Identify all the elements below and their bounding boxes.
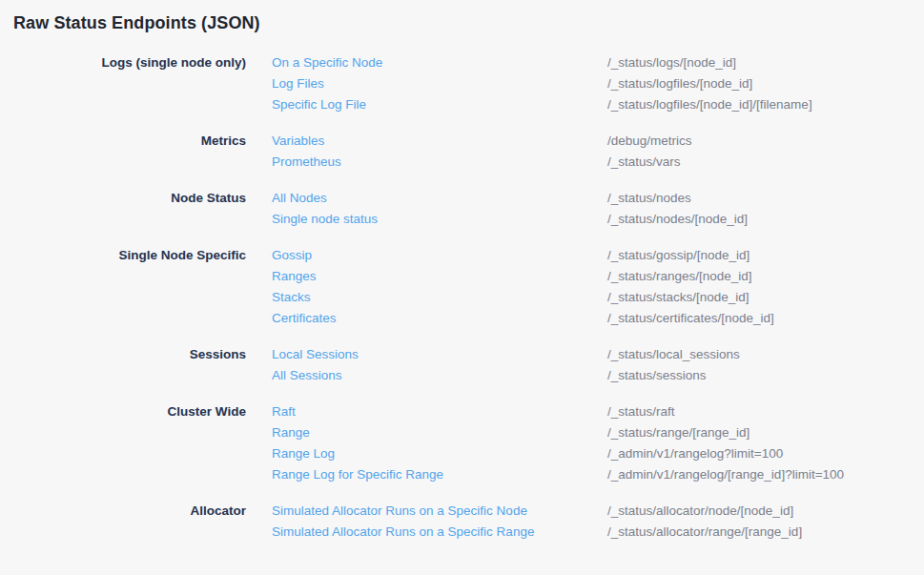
endpoints-table: Logs (single node only)On a Specific Nod… [0, 52, 924, 543]
category-label: Allocator [0, 501, 246, 522]
endpoint-links-column: GossipRangesStacksCertificates [272, 245, 607, 329]
endpoint-link[interactable]: Variables [272, 131, 324, 152]
endpoint-paths-column: /_status/local_sessions/_status/sessions [607, 344, 740, 386]
endpoint-link[interactable]: Range [272, 422, 310, 443]
endpoint-links-column: VariablesPrometheus [272, 131, 607, 173]
endpoint-link[interactable]: On a Specific Node [272, 52, 382, 73]
endpoint-links-column: All NodesSingle node status [272, 188, 607, 230]
endpoint-path: /_status/sessions [607, 365, 740, 386]
endpoint-paths-column: /debug/metrics/_status/vars [607, 131, 692, 173]
endpoint-link[interactable]: Raft [272, 401, 296, 422]
endpoint-paths-column: /_status/logs/[node_id]/_status/logfiles… [607, 52, 812, 115]
endpoint-group: Cluster WideRaftRangeRange LogRange Log … [0, 401, 924, 485]
endpoint-path: /_status/stacks/[node_id] [607, 287, 774, 308]
endpoint-links-column: Simulated Allocator Runs on a Specific N… [272, 501, 607, 543]
endpoint-path: /_status/vars [607, 152, 692, 173]
endpoint-link[interactable]: Gossip [272, 245, 312, 266]
endpoint-path: /_status/logs/[node_id] [607, 52, 812, 73]
category-label: Metrics [0, 131, 246, 152]
endpoint-path: /_status/raft [607, 401, 844, 422]
category-label: Logs (single node only) [0, 52, 246, 73]
endpoint-link[interactable]: Ranges [272, 266, 317, 287]
endpoint-group: Node StatusAll NodesSingle node status/_… [0, 188, 924, 230]
endpoint-group: MetricsVariablesPrometheus/debug/metrics… [0, 131, 924, 173]
endpoint-path: /_status/certificates/[node_id] [607, 308, 774, 329]
category-label: Single Node Specific [0, 245, 246, 266]
endpoint-links-column: RaftRangeRange LogRange Log for Specific… [272, 401, 607, 485]
endpoint-link[interactable]: Stacks [272, 287, 311, 308]
endpoint-link[interactable]: Log Files [272, 73, 324, 94]
endpoint-path: /_status/ranges/[node_id] [607, 266, 774, 287]
page-title: Raw Status Endpoints (JSON) [13, 12, 924, 33]
category-label: Sessions [0, 344, 246, 365]
endpoint-path: /_status/nodes [607, 188, 748, 209]
endpoint-link[interactable]: Single node status [272, 209, 378, 230]
endpoint-path: /_status/nodes/[node_id] [607, 209, 748, 230]
endpoint-links-column: Local SessionsAll Sessions [272, 344, 607, 386]
endpoint-paths-column: /_status/allocator/node/[node_id]/_statu… [607, 501, 802, 543]
endpoint-paths-column: /_status/raft/_status/range/[range_id]/_… [607, 401, 844, 485]
endpoint-path: /_status/local_sessions [607, 344, 740, 365]
endpoint-link[interactable]: All Sessions [272, 365, 342, 386]
endpoint-link[interactable]: Prometheus [272, 152, 341, 173]
endpoint-path: /_status/allocator/node/[node_id] [607, 501, 802, 522]
endpoint-path: /_status/allocator/range/[range_id] [607, 522, 802, 543]
endpoint-link[interactable]: Specific Log File [272, 94, 366, 115]
endpoint-links-column: On a Specific NodeLog FilesSpecific Log … [272, 52, 607, 115]
endpoint-paths-column: /_status/gossip/[node_id]/_status/ranges… [607, 245, 774, 329]
endpoint-paths-column: /_status/nodes/_status/nodes/[node_id] [607, 188, 748, 230]
endpoint-link[interactable]: Local Sessions [272, 344, 359, 365]
endpoint-link[interactable]: All Nodes [272, 188, 327, 209]
endpoint-path: /_status/gossip/[node_id] [607, 245, 774, 266]
category-label: Node Status [0, 188, 246, 209]
endpoint-link[interactable]: Range Log for Specific Range [272, 464, 443, 485]
endpoint-group: Logs (single node only)On a Specific Nod… [0, 52, 924, 115]
endpoint-path: /debug/metrics [607, 131, 692, 152]
endpoint-path: /_admin/v1/rangelog?limit=100 [607, 443, 844, 464]
endpoint-group: SessionsLocal SessionsAll Sessions/_stat… [0, 344, 924, 386]
endpoint-group: Single Node SpecificGossipRangesStacksCe… [0, 245, 924, 329]
endpoint-path: /_admin/v1/rangelog/[range_id]?limit=100 [607, 464, 844, 485]
endpoint-link[interactable]: Certificates [272, 308, 337, 329]
endpoint-link[interactable]: Simulated Allocator Runs on a Specific R… [272, 522, 534, 543]
endpoint-link[interactable]: Range Log [272, 443, 335, 464]
endpoint-path: /_status/logfiles/[node_id] [607, 73, 812, 94]
endpoint-link[interactable]: Simulated Allocator Runs on a Specific N… [272, 501, 527, 522]
category-label: Cluster Wide [0, 401, 246, 422]
endpoint-path: /_status/range/[range_id] [607, 422, 844, 443]
endpoint-path: /_status/logfiles/[node_id]/[filename] [607, 94, 812, 115]
endpoint-group: AllocatorSimulated Allocator Runs on a S… [0, 501, 924, 543]
raw-status-endpoints-page: Raw Status Endpoints (JSON) Logs (single… [0, 12, 924, 575]
